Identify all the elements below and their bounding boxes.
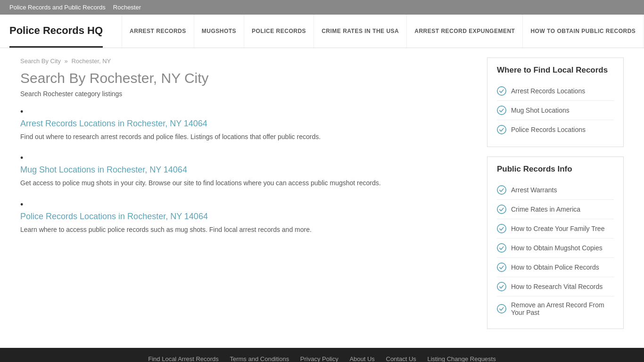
bullet-1: •	[20, 107, 468, 117]
svg-point-3	[497, 186, 506, 194]
list-item: Crime Rates in America	[497, 200, 614, 219]
top-bar: Police Records and Public Records Roches…	[0, 0, 644, 15]
check-icon	[497, 106, 506, 115]
list-item: Mug Shot Locations	[497, 101, 614, 120]
footer-link-about[interactable]: About Us	[349, 355, 374, 362]
sidebar-link-mugshot-copies[interactable]: How to Obtain Mugshot Copies	[511, 244, 603, 252]
content-section-3: • Police Records Locations in Rochester,…	[20, 200, 468, 235]
main-nav: ARREST RECORDS MUGSHOTS POLICE RECORDS C…	[122, 15, 644, 48]
svg-point-9	[497, 304, 506, 313]
nav-arrest-records[interactable]: ARREST RECORDS	[122, 15, 194, 48]
svg-point-7	[497, 263, 506, 272]
sidebar-link-arrest-warrants[interactable]: Arrest Warrants	[511, 186, 557, 194]
breadcrumb-current: Rochester, NY	[71, 58, 111, 65]
breadcrumb-parent[interactable]: Search By City	[20, 58, 61, 65]
sidebar-public-info-title: Public Records Info	[497, 165, 614, 174]
page-subtitle: Search Rochester category listings	[20, 90, 468, 98]
main-wrapper: Search By City » Rochester, NY Search By…	[11, 48, 633, 348]
content-section-1: • Arrest Records Locations in Rochester,…	[20, 107, 468, 142]
list-item: How to Create Your Family Tree	[497, 219, 614, 239]
check-icon	[497, 205, 506, 214]
check-icon	[497, 86, 506, 96]
list-item: How to Obtain Mugshot Copies	[497, 239, 614, 258]
svg-point-2	[497, 125, 506, 134]
breadcrumb-separator: »	[65, 58, 68, 65]
nav-obtain-records[interactable]: HOW TO OBTAIN PUBLIC RECORDS	[523, 15, 644, 48]
list-item: How to Research Vital Records	[497, 277, 614, 296]
check-icon	[497, 243, 506, 253]
sidebar-local-records-title: Where to Find Local Records	[497, 66, 614, 75]
sidebar-link-police-locations[interactable]: Police Records Locations	[511, 126, 586, 133]
section-desc-2: Get access to police mug shots in your c…	[20, 178, 468, 188]
topbar-link-police-records[interactable]: Police Records and Public Records	[9, 4, 106, 11]
bullet-2: •	[20, 153, 468, 163]
footer-link-privacy[interactable]: Privacy Policy	[300, 355, 339, 362]
list-item: How to Obtain Police Records	[497, 258, 614, 277]
svg-point-4	[497, 205, 506, 214]
sidebar-link-family-tree[interactable]: How to Create Your Family Tree	[511, 225, 604, 232]
nav-police-records[interactable]: POLICE RECORDS	[244, 15, 314, 48]
footer-link-listing[interactable]: Listing Change Requests	[427, 355, 495, 362]
check-icon	[497, 282, 506, 291]
check-icon	[497, 224, 506, 233]
sidebar: Where to Find Local Records Arrest Recor…	[487, 58, 624, 338]
footer-link-terms[interactable]: Terms and Conditions	[230, 355, 289, 362]
content-section-2: • Mug Shot Locations in Rochester, NY 14…	[20, 153, 468, 188]
check-icon	[497, 125, 506, 134]
section-title-3[interactable]: Police Records Locations in Rochester, N…	[20, 212, 468, 222]
main-content: Search By City » Rochester, NY Search By…	[20, 58, 468, 338]
section-desc-3: Learn where to access public police reco…	[20, 224, 468, 235]
sidebar-local-records-list: Arrest Records Locations Mug Shot Locati…	[497, 82, 614, 139]
sidebar-local-records: Where to Find Local Records Arrest Recor…	[487, 58, 624, 147]
site-logo[interactable]: Police Records HQ	[9, 15, 103, 48]
sidebar-link-police-records[interactable]: How to Obtain Police Records	[511, 263, 599, 271]
sidebar-public-info-list: Arrest Warrants Crime Rates in America H…	[497, 181, 614, 321]
section-desc-1: Find out where to research arrest record…	[20, 132, 468, 142]
svg-point-8	[497, 282, 506, 291]
bullet-3: •	[20, 200, 468, 210]
svg-point-1	[497, 106, 506, 115]
sidebar-link-vital-records[interactable]: How to Research Vital Records	[511, 283, 603, 290]
list-item: Arrest Records Locations	[497, 82, 614, 101]
section-title-2[interactable]: Mug Shot Locations in Rochester, NY 1406…	[20, 165, 468, 175]
breadcrumb: Search By City » Rochester, NY	[20, 58, 468, 65]
footer-link-contact[interactable]: Contact Us	[386, 355, 416, 362]
section-title-1[interactable]: Arrest Records Locations in Rochester, N…	[20, 119, 468, 129]
svg-point-6	[497, 244, 506, 252]
page-title: Search By Rochester, NY City	[20, 70, 468, 86]
svg-point-0	[497, 87, 506, 95]
nav-crime-rates[interactable]: CRIME RATES IN THE USA	[314, 15, 407, 48]
footer: Find Local Arrest Records Terms and Cond…	[0, 348, 644, 362]
header: Police Records HQ ARREST RECORDS MUGSHOT…	[0, 15, 644, 48]
topbar-link-rochester[interactable]: Rochester	[113, 4, 141, 11]
list-item: Remove an Arrest Record From Your Past	[497, 296, 614, 321]
check-icon	[497, 263, 506, 272]
nav-expungement[interactable]: ARREST RECORD EXPUNGEMENT	[407, 15, 523, 48]
footer-link-find-arrest[interactable]: Find Local Arrest Records	[148, 355, 219, 362]
check-icon	[497, 185, 506, 195]
svg-point-5	[497, 224, 506, 233]
sidebar-public-info: Public Records Info Arrest Warrants Crim…	[487, 156, 624, 329]
sidebar-link-crime-rates[interactable]: Crime Rates in America	[511, 206, 580, 213]
sidebar-link-arrest-locations[interactable]: Arrest Records Locations	[511, 87, 585, 95]
nav-mugshots[interactable]: MUGSHOTS	[194, 15, 244, 48]
sidebar-link-mug-shot-locations[interactable]: Mug Shot Locations	[511, 107, 570, 114]
check-icon	[497, 304, 506, 313]
list-item: Arrest Warrants	[497, 181, 614, 200]
list-item: Police Records Locations	[497, 120, 614, 139]
sidebar-link-remove-arrest[interactable]: Remove an Arrest Record From Your Past	[511, 301, 614, 316]
